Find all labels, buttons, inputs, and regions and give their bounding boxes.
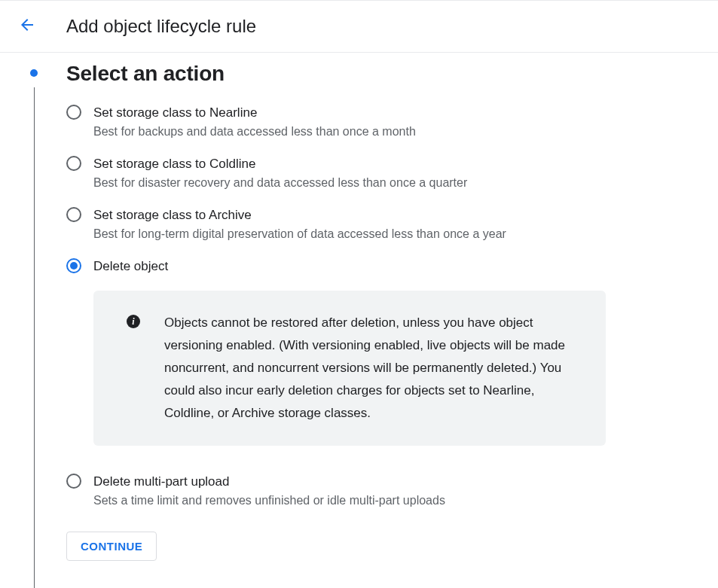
arrow-left-icon [18,16,36,37]
page-header: Add object lifecycle rule [0,0,718,53]
content: Select an action Set storage class to Ne… [0,53,718,588]
radio-desc: Sets a time limit and removes unfinished… [93,492,445,509]
radio-desc: Best for backups and data accessed less … [93,123,416,140]
radio-label: Delete multi-part upload [93,473,445,491]
info-text: Objects cannot be restored after deletio… [164,312,585,425]
info-panel: i Objects cannot be restored after delet… [93,291,606,446]
radio-option-delete-object[interactable]: Delete object [66,257,700,276]
info-icon: i [127,315,140,328]
continue-button[interactable]: CONTINUE [66,532,157,561]
stepper [18,62,50,588]
radio-option-delete-multipart[interactable]: Delete multi-part upload Sets a time lim… [66,473,700,509]
radio-desc: Best for long-term digital preservation … [93,226,506,242]
radio-unselected-icon [66,105,81,120]
page-title: Add object lifecycle rule [66,16,256,37]
main: Select an action Set storage class to Ne… [50,62,700,588]
radio-desc: Best for disaster recovery and data acce… [93,175,467,191]
radio-label: Set storage class to Nearline [93,104,416,122]
radio-unselected-icon [66,474,81,489]
step-dot [30,69,38,77]
radio-option-archive[interactable]: Set storage class to Archive Best for lo… [66,206,700,242]
radio-unselected-icon [66,156,81,171]
radio-selected-icon [66,258,81,273]
radio-unselected-icon [66,207,81,222]
radio-label: Set storage class to Coldline [93,155,467,173]
radio-label: Set storage class to Archive [93,206,506,224]
section-title: Select an action [66,62,700,86]
back-button[interactable] [18,17,36,35]
radio-option-coldline[interactable]: Set storage class to Coldline Best for d… [66,155,700,191]
radio-label: Delete object [93,257,168,276]
radio-option-nearline[interactable]: Set storage class to Nearline Best for b… [66,104,700,140]
step-line [34,87,35,588]
